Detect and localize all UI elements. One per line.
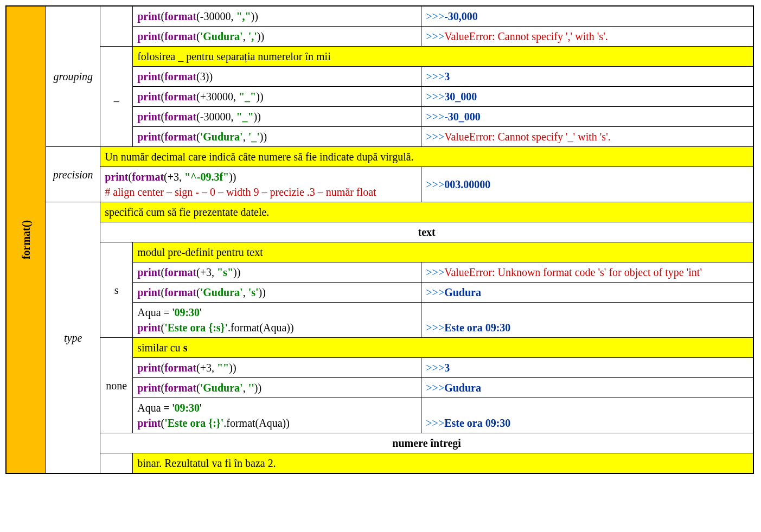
output-cell: >>>-30,000	[421, 6, 753, 27]
output-cell: >>>30_000	[421, 87, 753, 107]
output-cell: >>>ValueError: Cannot specify ',' with '…	[421, 27, 753, 47]
code-cell: print(format(3))	[133, 67, 421, 87]
code-cell: print(format(+3, ""))	[133, 358, 421, 378]
code-cell: Aqua = '09:30' print('Este ora {:s}'.for…	[133, 303, 421, 338]
output-cell: >>>Gudura	[421, 378, 753, 398]
param-precision: precision	[46, 147, 100, 202]
subheader-text: text	[100, 222, 753, 242]
code-cell: print(format(-30000, "_"))	[133, 107, 421, 127]
code-cell: print(format('Gudura', 's'))	[133, 283, 421, 303]
output-cell: >>>3	[421, 67, 753, 87]
output-cell: >>>Este ora 09:30	[421, 398, 753, 433]
sub-none: none	[100, 338, 133, 433]
code-cell: print(format('Gudura', '_'))	[133, 127, 421, 147]
sub-comma-blank	[100, 6, 133, 47]
code-cell: Aqua = '09:30' print('Este ora {:}'.form…	[133, 398, 421, 433]
output-cell: >>>Este ora 09:30	[421, 303, 753, 338]
code-cell: print(format(+30000, "_"))	[133, 87, 421, 107]
code-cell: print(format(+3, "^-09.3f")) # align cen…	[100, 167, 421, 202]
output-cell: >>>ValueError: Cannot specify '_' with '…	[421, 127, 753, 147]
output-cell: >>>Gudura	[421, 283, 753, 303]
format-reference-table: format() grouping print(format(-30000, "…	[5, 5, 754, 474]
output-cell: >>>ValueError: Unknown format code 's' f…	[421, 262, 753, 283]
code-cell: print(format('Gudura', ','))	[133, 27, 421, 47]
code-cell: print(format('Gudura', ''))	[133, 378, 421, 398]
output-cell: >>>-30_000	[421, 107, 753, 127]
desc-cell: similar cu s	[133, 338, 753, 358]
param-grouping: grouping	[46, 6, 100, 147]
sub-underscore: _	[100, 47, 133, 147]
sub-s: s	[100, 242, 133, 338]
code-cell: print(format(+3, "s"))	[133, 262, 421, 283]
output-cell: >>>3	[421, 358, 753, 378]
desc-cell: modul pre-definit pentru text	[133, 242, 753, 262]
subheader-int: numere întregi	[100, 433, 753, 453]
desc-cell: folosirea _ pentru separația numerelor î…	[133, 47, 753, 67]
function-name-cell: format()	[6, 6, 46, 473]
desc-cell: specifică cum să fie prezentate datele.	[100, 202, 753, 222]
desc-cell: binar. Rezultatul va fi în baza 2.	[133, 453, 753, 474]
sub-b-blank	[100, 453, 133, 474]
desc-cell: Un număr decimal care indică câte numere…	[100, 147, 753, 167]
code-cell: print(format(-30000, ","))	[133, 6, 421, 27]
param-type: type	[46, 202, 100, 474]
output-cell: >>>003.00000	[421, 167, 753, 202]
